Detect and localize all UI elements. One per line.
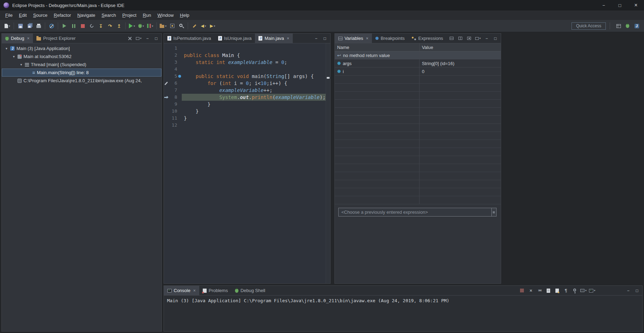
variables-tab-expressions[interactable]: Expressions [408,34,447,43]
menu-navigate[interactable]: Navigate [74,11,98,19]
marker-gutter[interactable] [177,73,182,80]
tree-item-main-at-localhost-53062[interactable]: ▾Main at localhost:53062 [2,52,161,61]
code-line-5[interactable]: 5 public static void main(String[] args)… [164,73,326,80]
menu-refactor[interactable]: Refactor [51,11,74,19]
console-tab-console[interactable]: Console× [164,286,199,295]
annotation-gutter[interactable] [164,87,169,94]
marker-gutter[interactable] [177,80,182,87]
expand-icon[interactable]: ▾ [5,47,8,50]
tree-item-thread-main-suspended[interactable]: ▾Thread [main] (Suspended) [2,61,161,69]
back-button[interactable]: ◀▾ [199,22,208,30]
line-number[interactable]: 9 [169,101,177,108]
annotation-gutter[interactable] [164,80,169,87]
tree-item-main-main-string-line-8[interactable]: ≡Main.main(String[]) line: 8 [2,69,161,77]
close-tab-icon[interactable]: × [193,288,196,293]
marker-gutter[interactable] [177,52,182,59]
debug-button[interactable]: ▾ [137,22,146,30]
code-line-10[interactable]: 10 } [164,108,326,115]
step-over-button[interactable]: ↷ [105,22,115,30]
collapse-all-button[interactable] [466,35,472,42]
minimize-panel-button[interactable] [313,35,319,42]
menu-help[interactable]: Help [177,11,193,19]
show-type-names-button[interactable] [449,35,455,42]
view-menu-button[interactable]: ▾ [136,35,142,42]
remove-launch-button[interactable]: × [528,287,534,294]
minimize-panel-button[interactable] [144,35,151,42]
line-number[interactable]: 5 [169,73,177,80]
step-into-button[interactable]: ↧ [96,22,105,30]
maximize-panel-button[interactable] [492,35,499,42]
line-number[interactable]: 8 [169,94,177,101]
print-button[interactable] [34,22,43,30]
close-window-button[interactable] [628,0,644,10]
search-button[interactable] [177,22,186,30]
line-number[interactable]: 3 [169,59,177,66]
new-wizard-button[interactable]: ▾ [3,22,12,30]
marker-gutter[interactable] [177,101,182,108]
annotation-gutter[interactable] [164,108,169,115]
code-line-2[interactable]: 2public class Main { [164,52,326,59]
disconnect-button[interactable] [87,22,96,30]
resume-button[interactable] [60,22,69,30]
menu-search[interactable]: Search [98,11,119,19]
line-number[interactable]: 2 [169,52,177,59]
code-line-6[interactable]: 6 for (int i = 0; i<10;i++) { [164,80,326,87]
suspend-button[interactable] [69,22,78,30]
marker-gutter[interactable] [177,45,182,52]
marker-gutter[interactable] [177,87,182,94]
editor-tab-isunique-java[interactable]: IsUnique.java [215,34,255,43]
scroll-lock-button[interactable] [554,287,560,294]
overview-ruler[interactable] [326,43,330,283]
annotation-gutter[interactable] [164,59,169,66]
close-tab-icon[interactable]: × [366,36,368,41]
step-return-button[interactable]: ↥ [115,22,124,30]
code-line-12[interactable]: 12 [164,122,326,129]
marker-gutter[interactable] [177,122,182,129]
close-tab-icon[interactable]: × [27,36,29,41]
editor-area[interactable]: 12public class Main {3 static int exampl… [164,43,330,283]
save-all-button[interactable] [25,22,34,30]
annotation-gutter[interactable] [164,115,169,122]
annotation-gutter[interactable] [164,101,169,108]
debug-tab-project-explorer[interactable]: Project Explorer [33,34,79,43]
line-number[interactable]: 10 [169,108,177,115]
marker-gutter[interactable] [177,59,182,66]
breakpoint-icon[interactable] [178,75,181,78]
word-wrap-button[interactable]: ¶ [563,287,569,294]
console-tab-problems[interactable]: Problems [199,286,231,295]
annotation-gutter[interactable] [164,66,169,73]
line-number[interactable]: 7 [169,87,177,94]
view-menu-button[interactable]: ▾ [475,35,481,42]
remove-all-launches-button[interactable]: ×× [536,287,543,294]
clear-console-button[interactable] [545,287,552,294]
line-number[interactable]: 11 [169,115,177,122]
annotation-gutter[interactable] [164,52,169,59]
code-line-11[interactable]: 11} [164,115,326,122]
variable-row-i[interactable]: i0 [335,68,501,76]
menu-project[interactable]: Project [119,11,139,19]
menu-edit[interactable]: Edit [16,11,30,19]
maximize-panel-button[interactable] [322,35,328,42]
line-number[interactable]: 6 [169,80,177,87]
last-edit-location-button[interactable] [190,22,199,30]
console-tab-debug-shell[interactable]: Debug Shell [231,286,269,295]
close-tab-icon[interactable]: × [287,36,289,41]
terminate-console-button[interactable] [519,287,525,294]
debug-perspective-button[interactable] [623,22,632,30]
variable-row-args[interactable]: argsString[0] (id=16) [335,59,501,68]
maximize-window-button[interactable] [612,0,628,10]
variables-tab-variables[interactable]: Variables× [335,34,372,43]
line-number[interactable]: 4 [169,66,177,73]
skip-breakpoints-button[interactable] [47,22,56,30]
marker-gutter[interactable] [177,66,182,73]
marker-gutter[interactable] [177,115,182,122]
expression-input[interactable]: <Choose a previously entered expression> [338,208,492,217]
collapse-all-button[interactable] [127,35,133,42]
annotation-gutter[interactable] [164,94,169,101]
maximize-panel-button[interactable] [634,288,640,294]
code-line-4[interactable]: 4 [164,66,326,73]
variables-detail-pane[interactable] [335,217,501,283]
expand-icon[interactable]: ▾ [19,63,23,66]
quick-access-box[interactable]: Quick Access [572,22,606,30]
menu-run[interactable]: Run [140,11,154,19]
